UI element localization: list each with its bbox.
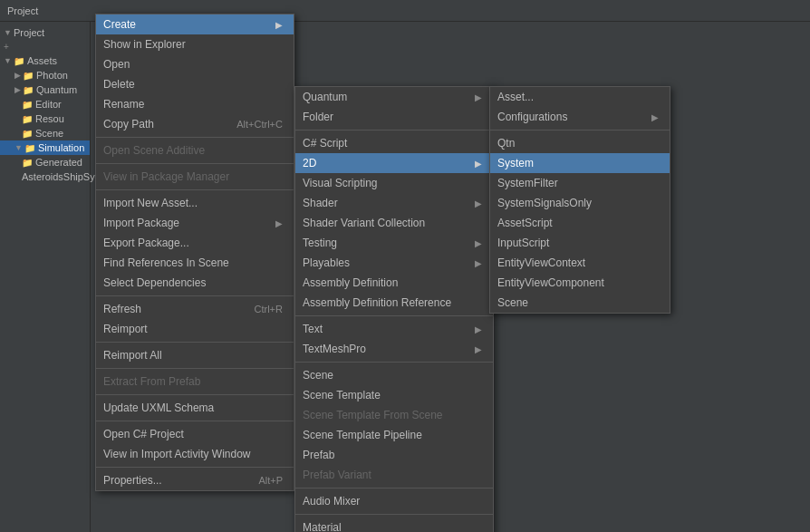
create-label: Create — [103, 18, 136, 31]
tree-resou[interactable]: 📁 Resou — [0, 111, 90, 126]
menu-item-rename[interactable]: Rename — [96, 94, 294, 114]
menu-item-shader[interactable]: Shader ▶ — [295, 193, 493, 213]
import-package-label: Import Package — [103, 217, 179, 229]
tree-generated[interactable]: 📁 Generated — [0, 155, 90, 169]
textmeshpro-arrow: ▶ — [475, 344, 482, 354]
view-package-label: View in Package Manager — [103, 170, 229, 183]
refresh-label: Refresh — [103, 303, 141, 315]
tree-scene[interactable]: 📁 Scene — [0, 126, 90, 140]
menu-item-prefab[interactable]: Prefab — [295, 445, 493, 465]
tree-simulation[interactable]: ▼ 📁 Simulation — [0, 140, 90, 155]
menu-item-visual-scripting[interactable]: Visual Scripting — [295, 173, 493, 193]
sim-arrow: ▼ — [14, 143, 23, 152]
menu-item-playables[interactable]: Playables ▶ — [295, 253, 493, 273]
l3-sep1 — [490, 130, 670, 131]
menu-item-properties[interactable]: Properties... Alt+P — [96, 470, 294, 490]
reimport-all-label: Reimport All — [103, 349, 162, 362]
2d-arrow: ▶ — [475, 159, 482, 169]
menu-item-create[interactable]: Create ▶ — [96, 15, 294, 34]
scene-label: Scene — [303, 369, 333, 382]
folder-icon-resou: 📁 — [22, 114, 33, 124]
l2-sep4 — [295, 488, 493, 488]
tree-label: Project — [14, 27, 44, 38]
menu-item-2d[interactable]: 2D ▶ — [295, 153, 493, 173]
menu-item-quantum[interactable]: Quantum ▶ — [295, 87, 493, 107]
menu-item-configurations[interactable]: Configurations ▶ — [490, 107, 670, 127]
menu-item-input-script[interactable]: InputScript — [490, 233, 670, 253]
open-csharp-label: Open C# Project — [103, 428, 184, 440]
menu-item-reimport[interactable]: Reimport — [96, 319, 294, 339]
audio-mixer-label: Audio Mixer — [303, 495, 360, 508]
menu-item-copy-path[interactable]: Copy Path Alt+Ctrl+C — [96, 114, 294, 134]
menu-item-asset-script[interactable]: AssetScript — [490, 213, 670, 233]
sep8 — [96, 421, 294, 421]
menu-item-system[interactable]: System — [490, 153, 670, 173]
menu-item-testing[interactable]: Testing ▶ — [295, 233, 493, 253]
folder-icon: 📁 — [14, 56, 24, 66]
menu-item-system-filter[interactable]: SystemFilter — [490, 173, 670, 193]
menu-item-view-package: View in Package Manager — [96, 167, 294, 187]
menu-item-prefab-variant: Prefab Variant — [295, 465, 493, 485]
rename-label: Rename — [103, 98, 144, 111]
folder-icon-sim: 📁 — [24, 143, 35, 153]
csharp-label: C# Script — [303, 137, 347, 150]
menu-item-view-import[interactable]: View in Import Activity Window — [96, 444, 294, 464]
menu-item-audio-mixer[interactable]: Audio Mixer — [295, 491, 493, 511]
menu-item-refresh[interactable]: Refresh Ctrl+R — [96, 299, 294, 319]
folder-icon-gen: 📁 — [22, 158, 33, 168]
menu-item-select-deps[interactable]: Select Dependencies — [96, 273, 294, 293]
menu-item-assembly-def-ref[interactable]: Assembly Definition Reference — [295, 293, 493, 313]
sep3 — [96, 189, 294, 190]
menu-item-scene-template[interactable]: Scene Template — [295, 385, 493, 405]
assets-label: Assets — [27, 55, 57, 66]
menu-item-csharp[interactable]: C# Script — [295, 133, 493, 153]
tree-assets[interactable]: ▼ 📁 Assets — [0, 53, 90, 68]
menu-item-import-asset[interactable]: Import New Asset... — [96, 193, 294, 213]
folder-icon-scene: 📁 — [22, 129, 33, 139]
tree-project[interactable]: ▼ Project — [0, 25, 90, 40]
menu-item-scene-l3[interactable]: Scene — [490, 293, 670, 313]
menu-item-material[interactable]: Material — [295, 517, 493, 532]
menu-item-import-package[interactable]: Import Package ▶ — [96, 213, 294, 233]
menu-item-entity-view-context[interactable]: EntityViewContext — [490, 253, 670, 273]
menu-item-qtn[interactable]: Qtn — [490, 133, 670, 153]
shader-variant-label: Shader Variant Collection — [303, 217, 425, 229]
menu-item-folder[interactable]: Folder — [295, 107, 493, 127]
playables-label: Playables — [303, 256, 350, 269]
menu-item-delete[interactable]: Delete — [96, 74, 294, 94]
tree-plus[interactable]: + — [0, 40, 90, 53]
menu-item-scene-template-pipeline[interactable]: Scene Template Pipeline — [295, 425, 493, 445]
export-package-label: Export Package... — [103, 237, 189, 249]
scene-template-from-scene-label: Scene Template From Scene — [303, 409, 443, 421]
import-package-arrow: ▶ — [275, 218, 283, 228]
menu-item-export-package[interactable]: Export Package... — [96, 233, 294, 253]
menu-item-system-signals[interactable]: SystemSignalsOnly — [490, 193, 670, 213]
menu-item-shader-variant[interactable]: Shader Variant Collection — [295, 213, 493, 233]
menu-item-text[interactable]: Text ▶ — [295, 319, 493, 339]
qtn-label: Qtn — [497, 137, 515, 150]
menu-item-update-uxml[interactable]: Update UXML Schema — [96, 398, 294, 418]
menu-item-entity-view-component[interactable]: EntityViewComponent — [490, 273, 670, 293]
menu-item-asset[interactable]: Asset... — [490, 87, 670, 107]
tree-editor[interactable]: 📁 Editor — [0, 97, 90, 111]
tree-asteroids[interactable]: AsteroidsShipSystem — [0, 169, 90, 184]
menu-item-open-csharp[interactable]: Open C# Project — [96, 424, 294, 444]
system-signals-label: SystemSignalsOnly — [497, 197, 592, 209]
entity-view-component-label: EntityViewComponent — [497, 276, 604, 289]
system-label: System — [497, 157, 534, 169]
menu-item-find-refs[interactable]: Find References In Scene — [96, 253, 294, 273]
menu-item-textmeshpro[interactable]: TextMeshPro ▶ — [295, 339, 493, 359]
show-explorer-label: Show in Explorer — [103, 38, 186, 51]
menu-item-scene[interactable]: Scene — [295, 365, 493, 385]
menu-item-assembly-def[interactable]: Assembly Definition — [295, 273, 493, 293]
assembly-def-label: Assembly Definition — [303, 276, 398, 289]
folder-icon-editor: 📁 — [22, 100, 33, 110]
context-menu-l1: Create ▶ Show in Explorer Open Delete Re… — [95, 14, 294, 491]
menu-item-open[interactable]: Open — [96, 54, 294, 74]
textmeshpro-label: TextMeshPro — [303, 343, 366, 355]
menu-item-reimport-all[interactable]: Reimport All — [96, 345, 294, 365]
testing-arrow: ▶ — [475, 238, 482, 248]
tree-photon[interactable]: ▶ 📁 Photon — [0, 68, 90, 82]
tree-quantum[interactable]: ▶ 📁 Quantum — [0, 82, 90, 97]
menu-item-show-explorer[interactable]: Show in Explorer — [96, 34, 294, 54]
